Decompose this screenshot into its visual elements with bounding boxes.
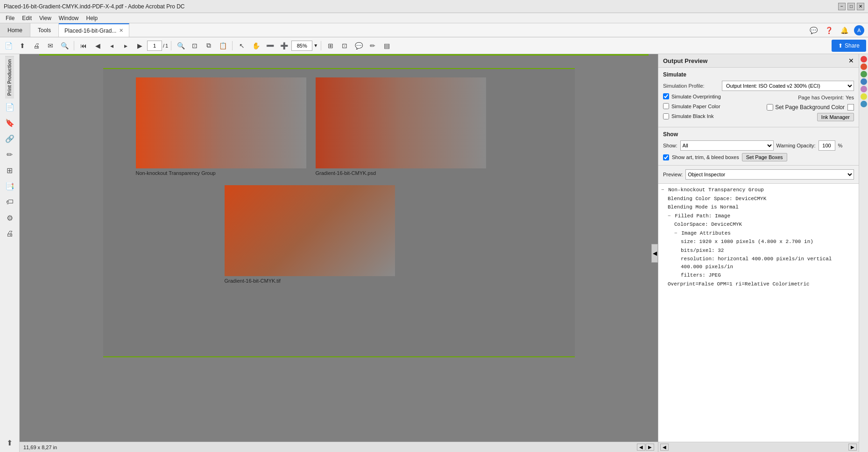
- tab-home[interactable]: Home: [0, 23, 30, 37]
- measure-btn[interactable]: ⊞: [324, 39, 337, 52]
- tree-item-3[interactable]: − Filled Path: Image: [667, 212, 857, 221]
- nav-prev2-btn[interactable]: ◂: [105, 39, 118, 52]
- inspector-scrollbar[interactable]: ◀ ▶: [658, 442, 859, 452]
- scroll-right-btn[interactable]: ▶: [646, 444, 654, 451]
- zoom-dropdown-icon[interactable]: ▼: [313, 43, 318, 48]
- menu-edit[interactable]: Edit: [18, 14, 35, 22]
- scroll-down-btn[interactable]: ▶: [848, 444, 857, 451]
- profile-label: Simulation Profile:: [663, 83, 719, 89]
- gradient-image-1[interactable]: [136, 77, 306, 168]
- tab-tools[interactable]: Tools: [30, 23, 59, 37]
- export-btn[interactable]: 📋: [216, 39, 229, 52]
- tab-close-icon[interactable]: ✕: [119, 28, 123, 34]
- simulate-paper-color-label: Simulate Paper Color: [671, 104, 720, 109]
- sidebar-btn-7[interactable]: 🏷: [2, 195, 17, 209]
- edge-dot-3[interactable]: [861, 71, 867, 77]
- crop-btn[interactable]: ⊡: [188, 39, 201, 52]
- notification-icon-btn[interactable]: 🔔: [839, 26, 850, 35]
- ink-manager-button[interactable]: Ink Manager: [817, 113, 854, 121]
- new-file-btn[interactable]: 📄: [2, 39, 15, 52]
- menu-help[interactable]: Help: [83, 14, 102, 22]
- select-tool-btn[interactable]: ↖: [235, 39, 248, 52]
- stamp-btn[interactable]: ⊡: [338, 39, 351, 52]
- nav-prev-btn[interactable]: ◀: [91, 39, 104, 52]
- scroll-left-btn[interactable]: ◀: [637, 444, 645, 451]
- panel-collapse-btn[interactable]: ◀: [651, 244, 658, 263]
- nav-first-btn[interactable]: ⏮: [77, 39, 90, 52]
- sidebar-btn-5[interactable]: ⊞: [2, 163, 17, 178]
- sidebar-btn-bottom[interactable]: ⬆: [2, 435, 17, 450]
- pen-tool-btn[interactable]: ✏: [366, 39, 379, 52]
- object-inspector-panel: − Non-knockout Transparency Group Blendi…: [658, 184, 859, 442]
- toolbar-sep-2: [171, 41, 171, 50]
- zoom-out-btn[interactable]: ➖: [263, 39, 276, 52]
- minimize-button[interactable]: −: [838, 3, 846, 10]
- close-button[interactable]: ✕: [857, 3, 864, 10]
- edge-dot-7[interactable]: [861, 101, 867, 107]
- sidebar-btn-4[interactable]: ✏: [2, 147, 17, 162]
- panel-close-btn[interactable]: ✕: [848, 57, 854, 64]
- hand-tool-btn[interactable]: ✋: [249, 39, 262, 52]
- help-icon-btn[interactable]: ❓: [823, 26, 835, 35]
- sidebar-btn-3[interactable]: 🔗: [2, 131, 17, 146]
- menu-view[interactable]: View: [35, 14, 55, 22]
- maximize-button[interactable]: □: [847, 3, 855, 10]
- tree-toggle-0[interactable]: −: [661, 187, 664, 193]
- edge-dot-4[interactable]: [861, 78, 867, 85]
- print-btn[interactable]: 🖨: [30, 39, 43, 52]
- scroll-up-btn[interactable]: ◀: [660, 444, 669, 451]
- page-number-input[interactable]: 1: [147, 41, 162, 51]
- gradient-image-2[interactable]: [316, 77, 486, 168]
- comment-tool-btn[interactable]: 💬: [352, 39, 365, 52]
- set-bg-group: Set Page Background Color: [767, 104, 854, 111]
- sidebar-btn-8[interactable]: ⚙: [2, 210, 17, 225]
- panel-body: Simulate Simulation Profile: Output Inte…: [658, 68, 859, 452]
- redact-btn[interactable]: ▤: [380, 39, 393, 52]
- simulate-black-ink-checkbox[interactable]: [663, 113, 669, 119]
- sidebar-btn-9[interactable]: 🖨: [2, 226, 17, 241]
- menu-file[interactable]: File: [2, 14, 18, 22]
- nav-next-btn[interactable]: ▶: [133, 39, 146, 52]
- set-page-boxes-button[interactable]: Set Page Boxes: [742, 153, 787, 161]
- color-swatch[interactable]: [847, 104, 854, 111]
- simulate-paper-color-checkbox[interactable]: [663, 103, 669, 109]
- search-btn[interactable]: 🔍: [58, 39, 71, 52]
- sidebar-btn-6[interactable]: 📑: [2, 179, 17, 194]
- simulate-overprinting-label: Simulate Overprinting: [671, 94, 721, 99]
- overprinting-row: Simulate Overprinting: [663, 93, 721, 99]
- profile-select[interactable]: Output Intent: ISO Coated v2 300% (ECI): [722, 81, 854, 91]
- black-ink-row: Simulate Black Ink: [663, 113, 713, 119]
- search2-btn[interactable]: 🔍: [174, 39, 187, 52]
- tree-toggle-3[interactable]: −: [668, 213, 671, 219]
- set-bg-checkbox[interactable]: [767, 104, 773, 111]
- zoom-in-btn[interactable]: ➕: [277, 39, 290, 52]
- show-select[interactable]: All: [680, 140, 774, 151]
- tree-item-0[interactable]: − Non-knockout Transparency Group: [660, 186, 857, 195]
- menu-window[interactable]: Window: [55, 14, 83, 22]
- compare-btn[interactable]: ⧉: [202, 39, 215, 52]
- toolbar: 📄 ⬆ 🖨 ✉ 🔍 ⏮ ◀ ◂ ▸ ▶ 1 / 1 🔍 ⊡ ⧉ 📋 ↖ ✋ ➖ …: [0, 37, 868, 54]
- tree-label-10: Overprint=False OPM=1 ri=Relative Colori…: [668, 281, 810, 287]
- upload-btn[interactable]: ⬆: [16, 39, 29, 52]
- comment-icon-btn[interactable]: 💬: [808, 26, 819, 35]
- simulate-overprinting-checkbox[interactable]: [663, 93, 669, 99]
- sidebar-btn-1[interactable]: 📄: [2, 99, 17, 114]
- tree-item-5[interactable]: − Image Attributes: [673, 229, 857, 238]
- tab-document[interactable]: Placed-16-bit-Grad... ✕: [59, 23, 129, 37]
- zoom-input[interactable]: [291, 41, 312, 51]
- edge-dot-2[interactable]: [861, 63, 867, 70]
- email-btn[interactable]: ✉: [44, 39, 57, 52]
- nav-next2-btn[interactable]: ▸: [119, 39, 132, 52]
- show-art-trim-checkbox[interactable]: [663, 154, 669, 160]
- edge-dot-1[interactable]: [861, 56, 867, 63]
- tree-toggle-5[interactable]: −: [674, 230, 677, 236]
- warning-opacity-label: Warning Opacity:: [776, 143, 816, 148]
- sidebar-btn-2[interactable]: 🔖: [2, 115, 17, 130]
- edge-dot-6[interactable]: [861, 93, 867, 100]
- warning-opacity-input[interactable]: 100: [819, 140, 835, 151]
- edge-dot-5[interactable]: [861, 86, 867, 92]
- preview-select[interactable]: Object Inspector: [685, 169, 854, 180]
- gradient-image-3[interactable]: [225, 185, 395, 276]
- share-button[interactable]: ⬆ Share: [832, 40, 866, 52]
- user-avatar[interactable]: A: [854, 25, 864, 35]
